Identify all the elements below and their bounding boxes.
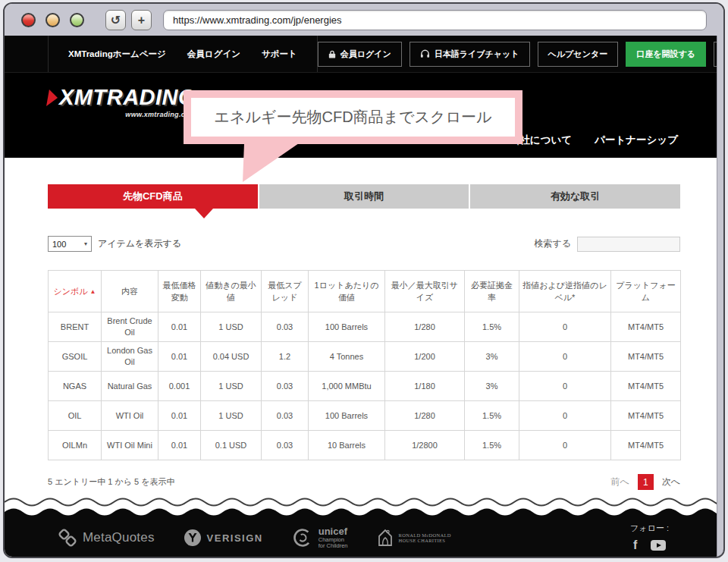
table-cell: 0.001 xyxy=(158,372,201,401)
table-row: OILMnWTI Oil Mini0.010.1 USD0.0310 Barre… xyxy=(49,431,681,460)
table-cell: 0.01 xyxy=(158,342,201,372)
table-cell: 0 xyxy=(519,342,611,372)
table-cell: MT4/MT5 xyxy=(611,401,681,431)
metaquotes-logo[interactable]: MetaQuotes xyxy=(58,528,155,548)
table-header-row: シンボル▲内容最低価格変動値動きの最小値最低スプレッド1ロットあたりの価値最小／… xyxy=(49,271,681,312)
table-cell: 0.03 xyxy=(262,401,309,431)
column-header[interactable]: 最小／最大取引サイズ xyxy=(385,271,465,312)
tab-valid-trading[interactable]: 有効な取引 xyxy=(470,184,680,209)
current-page-button[interactable]: 1 xyxy=(638,474,654,490)
pagination: 5 エントリー中 1 から 5 を表示中 前へ 1 次へ xyxy=(48,474,680,490)
unicef-icon xyxy=(292,527,313,548)
column-header[interactable]: 1ロットあたりの価値 xyxy=(309,271,385,312)
member-login-button[interactable]: 会員ログイン xyxy=(318,42,402,67)
xmtrading-logo[interactable]: XMTRADING www.xmtrading.com xyxy=(48,85,196,118)
table-cell: 1/280 xyxy=(385,312,465,342)
table-cell: 0.04 USD xyxy=(201,342,262,372)
follow-section: フォロー : f xyxy=(630,523,669,552)
scroll-callout-text: エネルギー先物CFD商品までスクロール xyxy=(191,98,515,137)
open-account-button[interactable]: 口座を開設する xyxy=(626,42,706,67)
table-cell: 0.03 xyxy=(262,312,309,342)
tab-trading-hours[interactable]: 取引時間 xyxy=(259,184,469,209)
close-window-button[interactable] xyxy=(21,13,36,27)
table-cell: WTI Oil Mini xyxy=(102,431,158,460)
search-input[interactable] xyxy=(577,237,680,252)
table-cell: Natural Gas xyxy=(102,372,158,401)
active-tab-caret xyxy=(195,209,213,218)
utility-link[interactable]: 会員ログイン xyxy=(187,49,240,60)
table-cell: 1 USD xyxy=(201,401,262,431)
page-size-select[interactable]: 100 ▾ xyxy=(48,236,92,252)
utility-link[interactable]: XMTradingホームページ xyxy=(68,49,166,60)
browser-titlebar: ↺ + https://www.xmtrading.com/jp/energie… xyxy=(5,4,723,36)
url-bar[interactable]: https://www.xmtrading.com/jp/energies xyxy=(163,10,707,30)
callout-tail xyxy=(238,143,306,183)
prev-page-button[interactable]: 前へ xyxy=(610,476,629,488)
youtube-icon[interactable] xyxy=(651,540,666,551)
logo-arrow-icon xyxy=(46,89,59,106)
column-header[interactable]: プラットフォーム xyxy=(611,271,681,312)
search-label: 検索する xyxy=(534,237,571,250)
utility-links: XMTradingホームページ会員ログインサポート xyxy=(48,36,318,72)
column-header[interactable]: 必要証拠金率 xyxy=(465,271,519,312)
japan-flag-icon xyxy=(724,49,725,58)
column-header[interactable]: 指値および逆指値のレベル* xyxy=(519,271,611,312)
table-cell: 3% xyxy=(465,372,519,401)
column-header[interactable]: 内容 xyxy=(102,271,158,312)
rmhc-logo[interactable]: RONALD McDONALD HOUSE CHARITIES xyxy=(377,528,451,548)
reload-button[interactable]: ↺ xyxy=(105,10,126,30)
unicef-logo[interactable]: unicef Champion for Children xyxy=(292,526,348,548)
table-cell: 1,000 MMBtu xyxy=(309,372,385,401)
table-row: NGASNatural Gas0.0011 USD0.031,000 MMBtu… xyxy=(49,372,681,401)
column-header[interactable]: 最低価格変動 xyxy=(158,271,201,312)
table-cell: 1 USD xyxy=(201,312,262,342)
table-cell: Brent Crude Oil xyxy=(102,312,158,342)
facebook-icon[interactable]: f xyxy=(633,538,637,552)
table-cell: 0.01 xyxy=(158,312,201,342)
table-controls: 100 ▾ アイテムを表示する 検索する xyxy=(48,236,680,252)
table-cell: 0 xyxy=(519,312,611,342)
table-cell: 0.01 xyxy=(158,431,201,460)
table-cell: 100 Barrels xyxy=(309,312,385,342)
page-scrollbar[interactable] xyxy=(717,36,723,557)
browser-window: ↺ + https://www.xmtrading.com/jp/energie… xyxy=(3,2,725,558)
items-label: アイテムを表示する xyxy=(98,237,181,250)
column-header[interactable]: 最低スプレッド xyxy=(262,271,309,312)
zoom-window-button[interactable] xyxy=(70,13,84,27)
nav-partnership-link[interactable]: パートナーシップ xyxy=(595,133,678,147)
live-chat-button[interactable]: 日本語ライブチャット xyxy=(410,42,530,67)
lock-icon xyxy=(328,49,336,59)
next-page-button[interactable]: 次へ xyxy=(662,476,680,488)
column-header[interactable]: 値動きの最小値 xyxy=(201,271,262,312)
table-cell: 0.03 xyxy=(262,372,309,401)
new-tab-button[interactable]: + xyxy=(131,10,152,30)
table-cell: 10 Barrels xyxy=(309,431,385,460)
table-cell: 1/280 xyxy=(385,401,465,431)
url-text: https://www.xmtrading.com/jp/energies xyxy=(173,14,342,26)
select-caret-icon: ▾ xyxy=(84,240,87,247)
table-row: GSOILLondon Gas Oil0.010.04 USD1.24 Tonn… xyxy=(49,342,681,372)
reload-icon: ↺ xyxy=(111,14,121,27)
table-cell: MT4/MT5 xyxy=(611,312,681,342)
utility-link[interactable]: サポート xyxy=(262,49,297,60)
minimize-window-button[interactable] xyxy=(46,13,60,27)
table-cell: 1/180 xyxy=(385,372,465,401)
column-header[interactable]: シンボル▲ xyxy=(49,271,102,312)
tab-futures-cfd[interactable]: 先物CFD商品 xyxy=(48,184,258,209)
table-cell: 1.5% xyxy=(465,312,519,342)
tab-bar: 先物CFD商品 取引時間 有効な取引 xyxy=(48,158,680,209)
table-cell: 1.5% xyxy=(465,401,519,431)
plus-icon: + xyxy=(138,14,145,27)
scroll-callout: エネルギー先物CFD商品までスクロール xyxy=(184,90,522,144)
headset-icon xyxy=(420,49,430,58)
verisign-logo[interactable]: VERISIGN xyxy=(184,529,263,547)
table-cell: 0 xyxy=(519,372,611,401)
table-cell: 4 Tonnes xyxy=(309,342,385,372)
help-center-button[interactable]: ヘルプセンター xyxy=(538,42,619,67)
verisign-icon xyxy=(184,529,202,547)
main-content: 先物CFD商品 取引時間 有効な取引 100 ▾ アイテムを表示する 検索する … xyxy=(5,158,723,495)
pagination-summary: 5 エントリー中 1 から 5 を表示中 xyxy=(48,476,174,488)
table-cell: 0 xyxy=(519,401,611,431)
table-cell: OILMn xyxy=(49,431,102,460)
table-body: BRENTBrent Crude Oil0.011 USD0.03100 Bar… xyxy=(49,312,681,460)
